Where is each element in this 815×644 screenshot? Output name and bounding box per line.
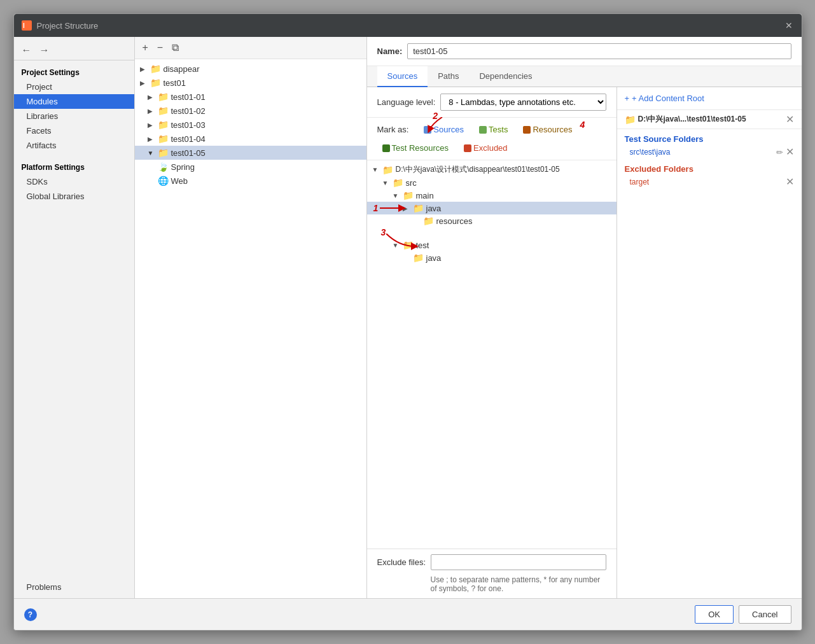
mark-as-row: Mark as: 2 Sources [367,118,616,160]
module-disappear[interactable]: ▶ 📁 disappear [135,62,366,76]
sidebar-item-modules[interactable]: Modules [14,94,134,109]
intellij-icon: I [22,20,32,31]
module-test01-05[interactable]: ▼ 📁 test01-05 [135,146,366,160]
chevron-icon: ▶ [140,80,148,87]
module-test01-03[interactable]: ▶ 📁 test01-03 [135,118,366,132]
sidebar-item-global-libraries[interactable]: Global Libraries [14,189,134,204]
module-label: disappear [164,64,200,74]
folder-icon: 📁 [150,64,161,74]
language-level-select[interactable]: 8 - Lambdas, type annotations etc. [440,94,606,111]
module-label: test01-02 [171,106,205,116]
remove-test-source-btn[interactable]: ✕ [786,147,794,157]
ft-root[interactable]: ▼ 📁 D:\中兴java\设计模式\disappear\test01\test… [367,163,616,176]
web-icon: 🌐 [158,176,169,186]
excluded-color-dot [464,144,471,152]
content-roots-panel: + + Add Content Root 📁 D:\中兴java\...\tes… [617,87,802,598]
annotation-arrow-2 [426,117,445,133]
module-test01-02[interactable]: ▶ 📁 test01-02 [135,104,366,118]
folder-icon: 📁 [158,148,169,158]
ft-main[interactable]: ▼ 📁 main [367,189,616,202]
ft-java-test-label: java [426,253,442,263]
sidebar-item-problems[interactable]: Problems [14,580,134,594]
remove-excluded-btn[interactable]: ✕ [786,177,794,187]
annotation-3: 3 [381,227,386,237]
module-test01[interactable]: ▶ 📁 test01 [135,76,366,90]
folder-icon: 📁 [150,78,161,88]
ft-folder-java-test: 📁 [413,253,424,263]
name-input[interactable] [407,43,791,59]
ft-resources[interactable]: 📁 resources [367,214,616,227]
module-web[interactable]: 🌐 Web [135,174,366,188]
test-source-folders-title: Test Source Folders [617,129,802,145]
close-button[interactable]: ✕ [784,20,794,31]
folder-icon: 📁 [158,120,169,130]
mark-resources-btn[interactable]: Resources [518,123,577,136]
module-tree: ▶ 📁 disappear ▶ 📁 test01 ▶ 📁 test01-01 ▶… [135,59,366,598]
help-button[interactable]: ? [24,608,37,621]
ft-folder-src: 📁 [393,178,403,188]
mark-tests-btn[interactable]: Tests [474,123,513,136]
cr-remove-btn[interactable]: ✕ [786,115,794,125]
dialog-body: ← → Project Settings Project Modules Lib… [14,37,802,598]
annotation-arrow-1 [380,202,412,214]
module-label: test01-01 [171,92,205,102]
sidebar-item-project[interactable]: Project [14,80,134,94]
sidebar-item-libraries[interactable]: Libraries [14,109,134,123]
ft-root-label: D:\中兴java\设计模式\disappear\test01\test01-0… [396,164,560,175]
module-spring[interactable]: 🍃 Spring [135,160,366,174]
ft-folder-resources: 📁 [423,216,434,226]
nav-forward-btn[interactable]: → [37,43,52,57]
add-content-root-label: + Add Content Root [632,94,704,103]
folder-icon: 📁 [158,106,169,116]
ft-src-label: src [406,178,417,188]
mark-excluded-btn[interactable]: Excluded [459,141,512,155]
right-panel: Name: Sources Paths Dependencies Languag… [367,37,802,598]
ft-java-test[interactable]: 📁 java [367,251,616,264]
module-label: test01-03 [171,120,205,130]
module-test01-01[interactable]: ▶ 📁 test01-01 [135,90,366,104]
module-label: test01-05 [171,148,205,158]
nav-back-btn[interactable]: ← [19,43,34,57]
test-source-item: src\test\java ✏ ✕ [617,145,802,159]
tests-btn-label: Tests [489,125,508,134]
copy-module-btn[interactable]: ⧉ [169,41,181,55]
sources-main: Language level: 8 - Lambdas, type annota… [367,87,617,598]
title-bar: I Project Structure ✕ [14,14,802,37]
sidebar-item-facets[interactable]: Facets [14,123,134,138]
resources-btn-label: Resources [533,125,572,134]
exclude-input[interactable] [431,554,606,570]
module-label: test01-04 [171,134,205,144]
module-child-label: Spring [171,162,195,172]
resources-color-dot [523,126,531,134]
module-toolbar: + − ⧉ [135,37,366,59]
remove-module-btn[interactable]: − [155,41,165,55]
name-label: Name: [377,46,403,56]
module-test01-04[interactable]: ▶ 📁 test01-04 [135,132,366,146]
folder-icon: 📁 [158,92,169,102]
annotation-1: 1 [373,203,379,213]
mark-test-resources-btn[interactable]: Test Resources [377,141,454,155]
add-module-btn[interactable]: + [140,41,151,55]
edit-test-source-btn[interactable]: ✏ [776,148,783,157]
module-child-label: Web [171,176,188,186]
project-structure-dialog: I Project Structure ✕ ← → Project Settin… [13,13,802,631]
tab-paths[interactable]: Paths [428,66,469,87]
sidebar-item-artifacts[interactable]: Artifacts [14,138,134,153]
chevron-icon: ▼ [148,150,155,157]
mark-as-label: Mark as: [377,125,409,134]
content-root-path-row: 📁 D:\中兴java\...\test01\test01-05 ✕ [617,110,802,129]
ft-folder-main: 📁 [403,190,414,200]
tab-dependencies[interactable]: Dependencies [469,66,542,87]
tab-sources[interactable]: Sources [377,66,428,87]
sidebar-item-sdks[interactable]: SDKs [14,174,134,189]
ft-src[interactable]: ▼ 📁 src [367,176,616,189]
cancel-button[interactable]: Cancel [739,605,791,624]
exclude-hint: Use ; to separate name patterns, * for a… [367,575,616,598]
language-level-row: Language level: 8 - Lambdas, type annota… [367,87,616,118]
tests-color-dot [479,126,487,134]
chevron-icon: ▶ [148,94,155,101]
plus-icon: + [625,94,630,103]
ok-button[interactable]: OK [695,605,734,624]
add-content-root-btn[interactable]: + + Add Content Root [617,87,802,110]
spring-icon: 🍃 [158,162,169,172]
